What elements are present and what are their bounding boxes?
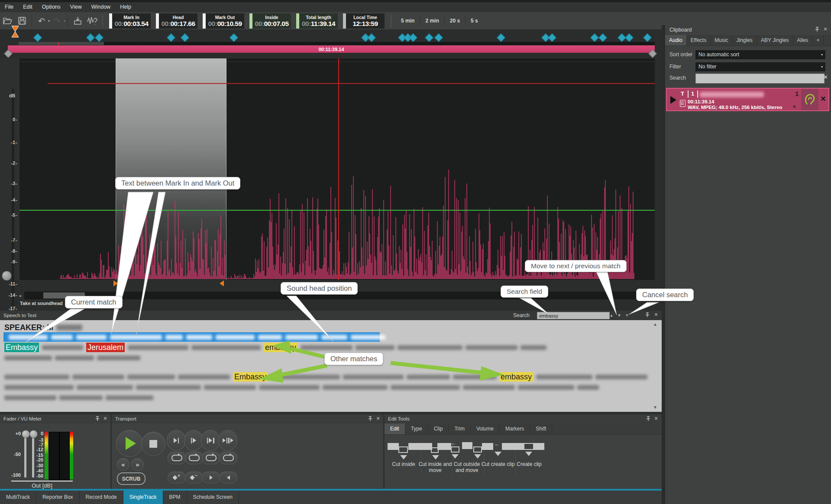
play-button[interactable] xyxy=(116,430,143,457)
timeline-marker[interactable] xyxy=(590,33,599,42)
undo-button[interactable]: ↶ xyxy=(35,14,48,27)
timeline-marker[interactable] xyxy=(598,33,607,42)
current-sentence-highlight[interactable] xyxy=(3,332,380,342)
undo-dropdown[interactable]: ▾ xyxy=(48,19,50,23)
timeline-marker[interactable] xyxy=(95,33,103,42)
clear-search-icon[interactable]: × xyxy=(824,73,828,80)
overview-strip[interactable] xyxy=(19,42,655,45)
timeline-marker[interactable] xyxy=(181,33,189,42)
close-panel-icon[interactable]: × xyxy=(653,311,659,318)
zoom-preset-2min[interactable]: 2 min xyxy=(420,14,444,27)
import-audio-button[interactable] xyxy=(71,14,84,27)
redo-button[interactable]: ↷ xyxy=(51,14,64,27)
scroll-left-arrow[interactable]: ◂ xyxy=(16,292,23,299)
clip-level-line[interactable] xyxy=(48,83,655,84)
scroll-down-icon[interactable]: ▼ xyxy=(653,405,657,410)
rewind-button[interactable]: « xyxy=(117,458,129,471)
pin-icon[interactable] xyxy=(367,416,373,422)
previous-marker-button[interactable] xyxy=(219,472,237,483)
workspace-tab-record-mode[interactable]: Record Mode xyxy=(80,491,123,504)
menu-item-edit[interactable]: Edit xyxy=(18,2,37,12)
edit-tab-edit[interactable]: Edit xyxy=(385,424,405,434)
timeline-marker[interactable] xyxy=(167,33,175,42)
forward-button[interactable]: » xyxy=(131,458,144,471)
cancel-search-button[interactable]: × xyxy=(624,312,631,318)
clipboard-tab-effects[interactable]: Effects xyxy=(687,35,711,45)
timeline-marker[interactable] xyxy=(409,33,417,42)
play-between-marks-button[interactable] xyxy=(201,430,220,451)
menu-item-help[interactable]: Help xyxy=(115,2,136,12)
search-match-negative[interactable]: Jerusalem xyxy=(86,343,125,352)
workspace-tab-singletrack[interactable]: SingleTrack xyxy=(123,491,163,504)
menu-item-options[interactable]: Options xyxy=(37,2,65,12)
tool-create-clip[interactable]: Create clip xyxy=(511,441,547,467)
mark-out-handle[interactable] xyxy=(220,280,224,286)
timeline-marker[interactable] xyxy=(33,33,42,42)
redo-dropdown[interactable]: ▾ xyxy=(64,19,65,23)
loop-from-in-button[interactable] xyxy=(185,452,203,464)
play-from-mark-in-button[interactable] xyxy=(184,430,203,451)
close-panel-icon[interactable]: × xyxy=(102,415,108,422)
gain-knob[interactable] xyxy=(2,271,12,281)
scrub-button[interactable]: SCRUB xyxy=(117,472,146,485)
timeline-marker[interactable] xyxy=(548,33,556,42)
pin-icon[interactable] xyxy=(94,416,100,422)
audio-analysis-button[interactable] xyxy=(86,14,99,27)
duration-bar[interactable]: 00:11:39.14 xyxy=(8,45,655,53)
search-match-other_2[interactable]: Embassy xyxy=(233,372,268,382)
fader-track-left[interactable] xyxy=(24,433,26,478)
menu-item-view[interactable]: View xyxy=(65,2,87,12)
waveform-plot[interactable] xyxy=(19,58,655,280)
take-at-soundhead-button[interactable]: Take at soundhead xyxy=(20,301,63,306)
pin-icon[interactable] xyxy=(645,416,651,422)
filter-select[interactable]: No filter ▾ xyxy=(695,62,825,71)
zoom-preset-5s[interactable]: 5 s xyxy=(466,14,483,27)
workspace-tab-schedule-screen[interactable]: Schedule Screen xyxy=(187,491,239,504)
search-match-other_3[interactable]: embassy xyxy=(499,372,533,382)
timeline-marker[interactable] xyxy=(625,33,634,42)
clipboard-tab-audio[interactable]: Audio xyxy=(665,35,687,45)
zoom-preset-20s[interactable]: 20 s xyxy=(445,14,465,27)
stop-button[interactable] xyxy=(141,432,165,456)
close-panel-icon[interactable]: × xyxy=(653,415,659,422)
scroll-up-icon[interactable]: ▲ xyxy=(653,322,657,327)
clipboard-tab-aby-jingles[interactable]: ABY Jingles xyxy=(757,35,793,45)
add-marker-button[interactable]: + xyxy=(168,472,186,483)
loop-between-button[interactable] xyxy=(202,452,220,464)
next-marker-button[interactable] xyxy=(202,472,220,483)
loop-to-out-button[interactable] xyxy=(168,452,186,464)
loop-all-button[interactable] xyxy=(219,452,237,464)
menu-item-window[interactable]: Window xyxy=(87,2,115,12)
prelisten-cell[interactable] xyxy=(801,89,818,110)
remove-marker-button[interactable]: − xyxy=(185,472,203,483)
panel-divider[interactable] xyxy=(662,25,665,504)
previous-match-button[interactable]: ▲ xyxy=(608,312,615,318)
timeline-marker[interactable] xyxy=(86,33,95,42)
timeline-marker[interactable] xyxy=(230,33,238,42)
timeline-marker[interactable] xyxy=(434,33,443,42)
close-panel-icon[interactable]: × xyxy=(822,26,828,33)
soundhead-line[interactable] xyxy=(338,58,339,280)
clipboard-tab-jingles[interactable]: Jingles xyxy=(733,35,757,45)
clipboard-tab-music[interactable]: Music xyxy=(711,35,732,45)
edit-tab-markers[interactable]: Markers xyxy=(500,424,530,434)
zoom-preset-5min[interactable]: 5 min xyxy=(396,14,420,27)
pin-icon[interactable] xyxy=(814,26,820,32)
clipboard-tab-alles[interactable]: Alles xyxy=(793,35,812,45)
timeline-marker[interactable] xyxy=(367,33,376,42)
transcript-area[interactable]: SPEAKER: M EmbassyJerusalemembassyEmbass… xyxy=(0,320,662,412)
pin-icon[interactable] xyxy=(644,312,650,318)
play-to-mark-out-button[interactable] xyxy=(167,430,186,451)
mark-in-handle[interactable] xyxy=(113,280,118,286)
menu-item-file[interactable]: File xyxy=(0,2,18,12)
collapse-icon[interactable]: » xyxy=(791,105,797,108)
timeline-marker[interactable] xyxy=(425,33,433,42)
timeline-marker[interactable] xyxy=(643,33,652,42)
clipboard-search-input[interactable] xyxy=(695,74,825,83)
edit-tab-type[interactable]: Type xyxy=(405,424,428,434)
search-match-other_1[interactable]: embassy xyxy=(264,343,297,352)
play-icon[interactable] xyxy=(670,96,676,104)
gain-level-line[interactable] xyxy=(19,210,655,211)
tool-cut-inside[interactable]: Cut inside xyxy=(385,441,422,467)
play-over-marks-button[interactable] xyxy=(218,430,237,451)
